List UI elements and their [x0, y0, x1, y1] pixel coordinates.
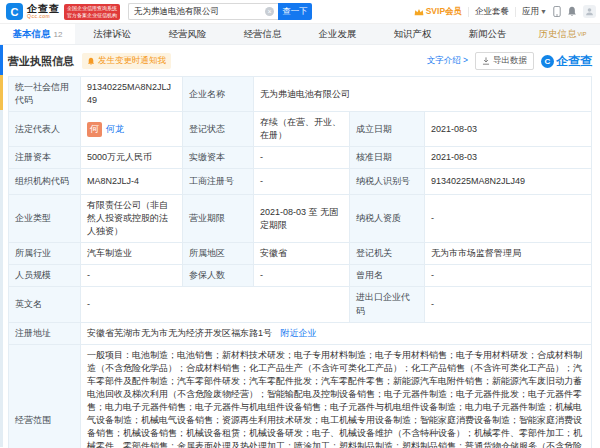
tab-basic-info-count: 12: [54, 30, 63, 39]
topbar-right: SVIP会员 企业套餐 应用 ▼: [414, 5, 596, 18]
table-row: 所属行业 汽车制造业 所属地区 安徽省 登记机关 无为市市场监督管理局: [9, 243, 592, 265]
apps-menu[interactable]: 应用 ▼: [522, 6, 547, 18]
table-row: 法定代表人 何 何龙 登记状态 存续（在营、开业、在册） 成立日期 2021-0…: [9, 112, 592, 147]
tab-intellectual-property[interactable]: 知识产权: [375, 24, 450, 44]
field-label-former-name: 曾用名: [350, 265, 425, 287]
text-intro-link[interactable]: 文字介绍 >: [427, 55, 468, 67]
section-title: 营业执照信息: [8, 54, 74, 69]
qcc-watermark-icon: C: [541, 55, 554, 68]
field-value-org-code: MA8N2JLJ-4: [81, 169, 183, 195]
field-value-legal-rep: 何 何龙: [81, 112, 183, 147]
field-label-reg-authority: 登记机关: [350, 243, 425, 265]
field-label-paid-capital: 实缴资本: [183, 147, 254, 169]
notify-bell-icon: [87, 57, 95, 66]
notification-bell-icon[interactable]: [567, 6, 577, 17]
tab-operation-risk[interactable]: 经营风险: [150, 24, 225, 44]
vip-tag: VIP: [578, 31, 587, 37]
table-row: 经营范围 一般项目：电池制造；电池销售；新材料技术研发；电子专用材料制造；电子专…: [9, 344, 592, 448]
change-notify-label: 发生变更时通知我: [98, 55, 166, 67]
field-value-paid-capital: -: [254, 147, 350, 169]
export-data-button[interactable]: 导出数据: [475, 52, 534, 70]
tab-news[interactable]: 新闻公告: [450, 24, 525, 44]
divider: [468, 7, 469, 17]
field-value-english-name: -: [81, 287, 350, 322]
table-row: 人员规模 - 参保人数 - 曾用名 -: [9, 265, 592, 287]
field-label-english-name: 英文名: [9, 287, 81, 322]
enterprise-package-link[interactable]: 企业套餐: [475, 6, 509, 18]
field-value-import-export-code: -: [425, 287, 592, 322]
field-label-taxpayer-quality: 纳税人资质: [350, 195, 425, 243]
field-value-biz-term: 2021-08-03 至 无固定期限: [254, 195, 350, 243]
gov-certification-badge: 全国企业信用查询系统 官方备案企业征信机构: [64, 4, 120, 20]
change-notify-button[interactable]: 发生变更时通知我: [82, 53, 171, 69]
nearby-companies-link[interactable]: 附近企业: [281, 328, 317, 338]
tab-basic-info[interactable]: 基本信息 12: [0, 24, 75, 44]
brand-subtitle: Qcc.com: [27, 14, 60, 20]
svip-link[interactable]: SVIP会员: [414, 6, 462, 18]
field-value-company-type: 有限责任公司（非自然人投资或控股的法人独资）: [81, 195, 183, 243]
field-value-reg-authority: 无为市市场监督管理局: [425, 243, 592, 265]
field-value-reg-status: 存续（在营、开业、在册）: [254, 112, 350, 147]
brand-block[interactable]: 企查查 Qcc.com: [27, 3, 60, 20]
field-value-business-scope: 一般项目：电池制造；电池销售；新材料技术研发；电子专用材料制造；电子专用材料销售…: [81, 344, 592, 448]
table-row: 统一社会信用代码 91340225MA8N2JLJ49 企业名称 无为弗迪电池有…: [9, 77, 592, 112]
tab-company-development[interactable]: 企业发展: [300, 24, 375, 44]
table-row: 注册资本 5000万元人民币 实缴资本 - 核准日期 2021-08-03: [9, 147, 592, 169]
gov-badge-line2: 官方备案企业征信机构: [67, 12, 117, 19]
table-row: 注册地址 安徽省芜湖市无为市无为经济开发区福东路1号 附近企业: [9, 322, 592, 344]
tab-history-info[interactable]: 历史信息 VIP: [525, 24, 600, 44]
field-label-reg-address: 注册地址: [9, 322, 81, 344]
chevron-down-icon: ▼: [540, 8, 547, 15]
scroll-indicator-active: [0, 45, 3, 75]
field-label-biz-term: 营业期限: [183, 195, 254, 243]
section-header: 营业执照信息 发生变更时通知我 文字介绍 > 导出数据 C 企查查: [8, 51, 592, 71]
legal-rep-link[interactable]: 何龙: [106, 123, 124, 136]
section-tab-bar: 基本信息 12 法律诉讼 经营风险 经营信息 企业发展 知识产权 新闻公告 历史…: [0, 24, 600, 45]
field-value-staff-size: -: [81, 265, 183, 287]
field-label-company-name: 企业名称: [183, 77, 254, 112]
scroll-indicator-warning: [0, 75, 3, 110]
tab-basic-info-label: 基本信息: [13, 28, 51, 41]
qcc-logo-icon[interactable]: C: [6, 3, 23, 20]
table-row: 企业类型 有限责任公司（非自然人投资或控股的法人独资） 营业期限 2021-08…: [9, 195, 592, 243]
apps-label: 应用: [522, 6, 539, 18]
field-value-industry: 汽车制造业: [81, 243, 183, 265]
field-label-taxpayer-id: 纳税人识别号: [350, 169, 425, 195]
field-label-insured-count: 参保人数: [183, 265, 254, 287]
gov-badge-line1: 全国企业信用查询系统: [67, 5, 117, 12]
legal-rep-avatar[interactable]: 何: [87, 122, 102, 137]
crown-icon: [414, 8, 424, 16]
field-label-biz-reg-no: 工商注册号: [183, 169, 254, 195]
section-header-actions: 文字介绍 > 导出数据 C 企查查: [427, 52, 592, 70]
field-label-establish-date: 成立日期: [350, 112, 425, 147]
field-value-reg-capital: 5000万元人民币: [81, 147, 183, 169]
search-button[interactable]: 查一下: [278, 3, 312, 20]
business-license-table: 统一社会信用代码 91340225MA8N2JLJ49 企业名称 无为弗迪电池有…: [8, 76, 592, 448]
field-value-insured-count: -: [254, 265, 350, 287]
field-label-import-export-code: 进出口企业代码: [350, 287, 425, 322]
field-value-biz-reg-no: -: [254, 169, 350, 195]
field-label-legal-rep: 法定代表人: [9, 112, 81, 147]
mobile-app-icon[interactable]: [553, 6, 561, 17]
field-value-approve-date: 2021-08-03: [425, 147, 592, 169]
clear-search-icon[interactable]: ×: [265, 7, 274, 16]
tab-operation-info[interactable]: 经营信息: [225, 24, 300, 44]
field-label-approve-date: 核准日期: [350, 147, 425, 169]
field-value-taxpayer-quality: -: [425, 195, 592, 243]
user-avatar[interactable]: [583, 5, 596, 18]
field-label-reg-status: 登记状态: [183, 112, 254, 147]
scroll-indicator-strip: [0, 45, 3, 447]
qcc-watermark: C 企查查: [541, 53, 592, 70]
svip-label: SVIP会员: [426, 6, 462, 18]
main-content: 营业执照信息 发生变更时通知我 文字介绍 > 导出数据 C 企查查 统一社会信用…: [0, 45, 600, 448]
field-value-credit-code: 91340225MA8N2JLJ49: [81, 77, 183, 112]
divider: [515, 7, 516, 17]
search-input[interactable]: [128, 3, 278, 20]
field-label-reg-capital: 注册资本: [9, 147, 81, 169]
field-value-reg-address: 安徽省芜湖市无为市无为经济开发区福东路1号 附近企业: [81, 322, 592, 344]
field-label-business-scope: 经营范围: [9, 344, 81, 448]
tab-legal-litigation[interactable]: 法律诉讼: [75, 24, 150, 44]
export-data-label: 导出数据: [493, 55, 527, 67]
field-label-credit-code: 统一社会信用代码: [9, 77, 81, 112]
field-label-company-type: 企业类型: [9, 195, 81, 243]
